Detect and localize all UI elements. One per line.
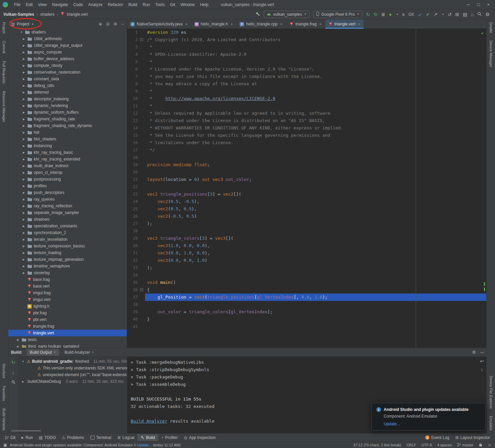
update-project-icon[interactable]: ↙ xyxy=(418,12,422,17)
tool-windows-toggle-icon[interactable]: ▣ xyxy=(3,443,7,447)
tree-item-base.vert[interactable]: base.vert xyxy=(8,283,127,290)
menu-item-git[interactable]: Git xyxy=(167,2,178,8)
close-tab-icon[interactable]: × xyxy=(231,22,233,26)
tool-stripe-button-device-file-explorer[interactable]: Device File Explorer xyxy=(489,376,493,409)
tree-item-shadows[interactable]: ▶shadows xyxy=(8,216,127,223)
hide-panel-icon[interactable]: ─ xyxy=(481,350,484,355)
tree-item-khr_ray_tracing_extended[interactable]: ▶khr_ray_tracing_extended xyxy=(8,156,127,162)
tree-item-fragment_shading_rate[interactable]: ▶fragment_shading_rate xyxy=(8,116,127,122)
chevron-right-icon[interactable]: ▶ xyxy=(22,37,26,40)
sdk-manager-icon[interactable]: ⌂ xyxy=(471,12,474,17)
tool-window-button-git[interactable]: Git xyxy=(2,434,18,441)
tree-item-pbr.vert[interactable]: pbr.vert xyxy=(8,316,127,323)
chevron-down-icon[interactable]: ▼ xyxy=(31,23,34,26)
tool-window-button-todo[interactable]: ▤TODO xyxy=(36,434,59,441)
tree-item-deferred[interactable]: ▶deferred xyxy=(8,89,127,96)
menu-item-tools[interactable]: Tools xyxy=(153,2,167,8)
project-view-title[interactable]: Project xyxy=(17,22,29,26)
chevron-right-icon[interactable]: ▶ xyxy=(22,44,26,47)
menu-item-window[interactable]: Window xyxy=(178,2,198,8)
editor-tab-NativeSampleActivity.java[interactable]: JNativeSampleActivity.java× xyxy=(127,19,191,29)
tool-stripe-button-pull-requests[interactable]: Pull Requests xyxy=(2,61,6,84)
locate-file-icon[interactable]: ⊕ xyxy=(99,22,102,26)
tree-item-base.frag[interactable]: base.frag xyxy=(8,276,127,283)
chevron-right-icon[interactable]: ▶ xyxy=(22,64,26,67)
chevron-right-icon[interactable]: ▶ xyxy=(16,338,20,341)
menu-item-help[interactable]: Help xyxy=(198,2,211,8)
settings-gear-icon[interactable]: ⚙ xyxy=(485,12,490,17)
close-tab-icon[interactable]: × xyxy=(319,22,321,26)
tree-item-pbr.frag[interactable]: pbr.frag xyxy=(8,310,127,316)
tree-item-texture_loading[interactable]: ▶texture_loading xyxy=(8,249,127,256)
chevron-right-icon[interactable]: ▶ xyxy=(22,191,26,194)
tool-window-button-layout-inspector[interactable]: ⊞Layout Inspector xyxy=(452,434,493,441)
chevron-right-icon[interactable]: ▶ xyxy=(22,265,26,268)
breadcrumb-item[interactable]: shaders xyxy=(40,12,54,17)
chevron-right-icon[interactable]: ▶ xyxy=(22,98,26,101)
editor-tab-hello_triangle.cpp[interactable]: Chello_triangle.cpp× xyxy=(236,19,286,29)
tool-window-button-problems[interactable]: ⚠Problems xyxy=(59,434,87,441)
tool-window-button-run[interactable]: ▶Run xyxy=(18,434,36,441)
tree-item-synchronization_2[interactable]: ▶synchronization_2 xyxy=(8,229,127,236)
menu-item-view[interactable]: View xyxy=(35,2,49,8)
fold-marker-icon[interactable]: − xyxy=(140,288,143,291)
chevron-right-icon[interactable]: ▶ xyxy=(22,51,26,54)
tree-item-ray_queries[interactable]: ▶ray_queries xyxy=(8,196,127,203)
profiler-icon[interactable]: ◔ xyxy=(395,12,398,17)
close-tab-icon[interactable]: × xyxy=(358,22,360,26)
encoding-select[interactable]: UTF-8 xyxy=(421,443,432,447)
menu-item-run[interactable]: Run xyxy=(140,2,153,8)
tree-item-descriptor_indexing[interactable]: ▶descriptor_indexing xyxy=(8,96,127,102)
tool-stripe-button-structure[interactable]: Structure xyxy=(2,363,6,378)
breadcrumb-item[interactable]: Vulkan-Samples xyxy=(3,12,34,17)
device-select[interactable]: Google Pixel 6 Pro ▼ xyxy=(313,11,362,18)
caret-position[interactable]: 37:12 (70 chars, 1 line break) xyxy=(353,443,401,447)
apply-code-changes-icon[interactable]: ↻ xyxy=(374,12,378,17)
chevron-right-icon[interactable]: ▶ xyxy=(22,225,26,228)
tree-item-terrain_tessellation[interactable]: ▶terrain_tessellation xyxy=(8,236,127,243)
chevron-right-icon[interactable]: ▶ xyxy=(22,84,26,87)
chevron-right-icon[interactable]: ▶ xyxy=(22,271,26,274)
chevron-right-icon[interactable]: ▶ xyxy=(22,131,26,134)
chevron-right-icon[interactable]: ▶ xyxy=(22,171,26,174)
tree-item-dynamic_uniform_buffers[interactable]: ▶dynamic_uniform_buffers xyxy=(8,109,127,116)
tool-window-button-logcat[interactable]: ≣Logcat xyxy=(114,434,137,441)
chevron-right-icon[interactable]: ▶ xyxy=(22,111,26,114)
chevron-right-icon[interactable]: ▶ xyxy=(22,251,26,254)
tree-item-triangle.vert[interactable]: triangle.vert xyxy=(8,330,127,336)
menu-item-refactor[interactable]: Refactor xyxy=(105,2,126,8)
tree-item-uioverlay[interactable]: ▶uioverlay xyxy=(8,269,127,276)
build-tree-row[interactable]: ▶:buildCMakeDebug2 warn11 min, 25 sec, 6… xyxy=(18,378,127,385)
chevron-right-icon[interactable]: ▶ xyxy=(22,71,26,74)
settings-icon[interactable]: ⚙ xyxy=(114,22,117,26)
editor-tab-triangle.frag[interactable]: triangle.frag× xyxy=(286,19,325,29)
build-analyzer-link[interactable]: Build Analyzer xyxy=(131,419,167,424)
push-icon[interactable]: ↗ xyxy=(434,12,438,17)
tool-window-button-event-log[interactable]: 2Event Log xyxy=(422,434,452,441)
tree-item-16bit_arithmetic[interactable]: ▶16bit_arithmetic xyxy=(8,35,127,42)
scroll-to-end-icon[interactable]: ↓ xyxy=(481,367,483,371)
tree-item-texture_compression_basisu[interactable]: ▶texture_compression_basisu xyxy=(8,243,127,249)
tool-stripe-button-gradle[interactable]: Gradle xyxy=(489,22,493,33)
build-tab-build-analyzer[interactable]: Build Analyzer× xyxy=(61,349,97,356)
horizontal-scrollbar[interactable] xyxy=(11,430,41,432)
chevron-right-icon[interactable]: ▶ xyxy=(22,118,26,121)
tree-item-multi_draw_indirect[interactable]: ▶multi_draw_indirect xyxy=(8,162,127,169)
tree-item-push_descriptors[interactable]: ▶push_descriptors xyxy=(8,189,127,196)
find-icon[interactable] xyxy=(11,380,15,385)
build-output-tree[interactable]: ▼⚠Build android_gradle: finished11 min, … xyxy=(18,357,127,433)
chevron-down-icon[interactable]: ▼ xyxy=(19,31,23,34)
tree-item-postprocessing[interactable]: ▶postprocessing xyxy=(8,176,127,183)
tree-item-specialization_constants[interactable]: ▶specialization_constants xyxy=(8,223,127,229)
menu-item-analyze[interactable]: Analyze xyxy=(86,2,105,8)
chevron-right-icon[interactable]: ▶ xyxy=(22,104,26,107)
chevron-right-icon[interactable]: ▶ xyxy=(22,231,26,234)
close-tab-icon[interactable]: × xyxy=(280,22,282,26)
fold-marker-icon[interactable]: − xyxy=(140,38,143,41)
chevron-right-icon[interactable]: ▶ xyxy=(22,78,26,81)
feedback-smiley-icon[interactable]: ☺ xyxy=(488,443,492,447)
avd-manager-icon[interactable]: ▤ xyxy=(463,12,467,17)
build-hammer-icon[interactable] xyxy=(255,12,260,17)
tree-item-compute_nbody[interactable]: ▶compute_nbody xyxy=(8,62,127,69)
indent-select[interactable]: 4 spaces xyxy=(437,443,452,447)
